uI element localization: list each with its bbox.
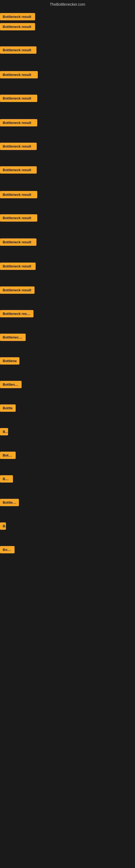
bottleneck-result-badge[interactable]: Bottl bbox=[0, 475, 13, 483]
bottleneck-result-badge[interactable]: Bottlene bbox=[0, 499, 19, 506]
bottleneck-result-badge[interactable]: Bottleneck result bbox=[0, 310, 34, 317]
badge-row-23: B bbox=[0, 522, 6, 531]
bottleneck-result-badge[interactable]: Bottleneck result bbox=[0, 95, 37, 102]
badge-row-18: Bottle bbox=[0, 404, 16, 413]
bottleneck-result-badge[interactable]: Bottleneck result bbox=[0, 119, 37, 126]
bottleneck-result-badge[interactable]: Bottleneck result bbox=[0, 46, 37, 54]
bottleneck-result-badge[interactable]: Bottleneck bbox=[0, 381, 21, 388]
badge-row-9: Bottleneck result bbox=[0, 191, 37, 199]
bottleneck-result-badge[interactable]: Bottleneck result bbox=[0, 262, 36, 270]
badge-row-8: Bottleneck result bbox=[0, 166, 37, 175]
bottleneck-result-badge[interactable]: Bottleneck re bbox=[0, 334, 26, 341]
badge-row-6: Bottleneck result bbox=[0, 119, 37, 127]
badge-row-5: Bottleneck result bbox=[0, 95, 37, 103]
badge-row-15: Bottleneck re bbox=[0, 334, 26, 342]
bottleneck-result-badge[interactable]: Bottleneck result bbox=[0, 191, 37, 198]
bottleneck-result-badge[interactable]: Bottler bbox=[0, 452, 16, 459]
bottleneck-result-badge[interactable]: Bottlene bbox=[0, 357, 19, 365]
bottleneck-result-badge[interactable]: Bottle bbox=[0, 404, 16, 412]
badge-row-21: Bottl bbox=[0, 475, 13, 484]
bottleneck-result-badge[interactable]: Bottleneck result bbox=[0, 13, 35, 20]
bottleneck-result-badge[interactable]: Bottleneck result bbox=[0, 143, 37, 150]
badge-row-7: Bottleneck result bbox=[0, 143, 37, 151]
bottleneck-result-badge[interactable]: Bottleneck result bbox=[0, 166, 37, 174]
badge-row-2: Bottleneck result bbox=[0, 23, 35, 31]
bottleneck-result-badge[interactable]: Bottleneck result bbox=[0, 214, 37, 222]
badge-row-1: Bottleneck result bbox=[0, 13, 35, 22]
badge-row-10: Bottleneck result bbox=[0, 214, 37, 223]
bottleneck-result-badge[interactable]: Bo bbox=[0, 428, 8, 435]
badge-row-4: Bottleneck result bbox=[0, 71, 38, 80]
badge-row-17: Bottleneck bbox=[0, 381, 21, 389]
site-title: TheBottlenecker.com bbox=[0, 0, 135, 8]
badge-row-3: Bottleneck result bbox=[0, 46, 37, 55]
badge-row-19: Bo bbox=[0, 428, 8, 436]
bottleneck-result-badge[interactable]: Bottleneck result bbox=[0, 239, 37, 246]
badge-row-20: Bottler bbox=[0, 452, 16, 460]
badge-row-14: Bottleneck result bbox=[0, 310, 34, 318]
badge-row-24: Bottle bbox=[0, 546, 14, 554]
badge-row-22: Bottlene bbox=[0, 499, 19, 507]
bottleneck-result-badge[interactable]: Bottle bbox=[0, 546, 14, 553]
bottleneck-result-badge[interactable]: B bbox=[0, 522, 6, 530]
badge-row-13: Bottleneck result bbox=[0, 286, 35, 295]
bottleneck-result-badge[interactable]: Bottleneck result bbox=[0, 286, 35, 294]
bottleneck-result-badge[interactable]: Bottleneck result bbox=[0, 71, 38, 79]
badge-row-11: Bottleneck result bbox=[0, 239, 37, 247]
badge-row-12: Bottleneck result bbox=[0, 262, 36, 271]
bottleneck-result-badge[interactable]: Bottleneck result bbox=[0, 23, 35, 30]
badge-row-16: Bottlene bbox=[0, 357, 19, 366]
